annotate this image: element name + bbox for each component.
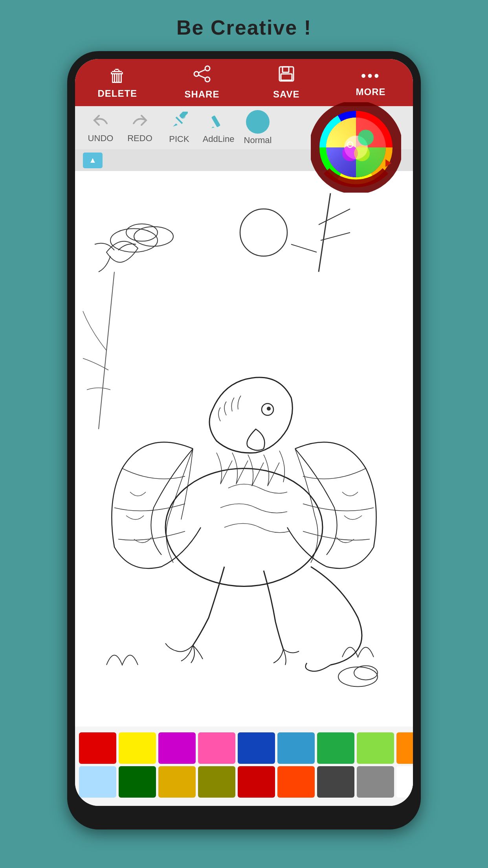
color-swatch[interactable] <box>396 732 413 764</box>
share-label: SHARE <box>184 89 219 100</box>
undo-button[interactable]: UNDO <box>83 112 118 143</box>
pick-label: PICK <box>169 134 189 144</box>
pick-icon <box>171 112 188 132</box>
svg-rect-6 <box>283 67 289 72</box>
color-palette <box>75 726 413 806</box>
more-button[interactable]: ••• MORE <box>351 68 391 97</box>
color-wheel[interactable] <box>311 102 401 193</box>
color-swatch[interactable] <box>357 732 394 764</box>
save-button[interactable]: SAVE <box>267 65 306 100</box>
svg-line-9 <box>176 117 182 123</box>
more-icon: ••• <box>361 68 381 84</box>
svg-point-10 <box>181 114 185 119</box>
svg-line-27 <box>319 193 330 272</box>
redo-button[interactable]: REDO <box>122 112 158 143</box>
svg-point-25 <box>126 224 158 241</box>
phone-screen: 🗑 DELETE SHARE <box>75 59 413 806</box>
svg-line-3 <box>198 70 205 73</box>
palette-row-2 <box>79 766 409 798</box>
share-button[interactable]: SHARE <box>182 65 222 100</box>
undo-icon <box>91 112 110 132</box>
color-swatch[interactable] <box>396 766 413 798</box>
addline-label: AddLine <box>203 134 235 144</box>
svg-line-29 <box>321 233 350 241</box>
svg-point-0 <box>205 66 210 71</box>
normal-button[interactable]: Normal <box>240 110 275 145</box>
color-swatch[interactable] <box>277 732 315 764</box>
palette-row-1 <box>79 732 409 764</box>
top-toolbar: 🗑 DELETE SHARE <box>75 59 413 106</box>
redo-label: REDO <box>127 133 152 143</box>
color-swatch[interactable] <box>317 766 354 798</box>
delete-icon: 🗑 <box>109 66 126 86</box>
color-swatch[interactable] <box>238 732 275 764</box>
svg-line-4 <box>198 75 205 78</box>
svg-point-26 <box>240 209 287 256</box>
share-icon <box>193 65 211 86</box>
svg-point-31 <box>165 469 323 587</box>
svg-point-1 <box>205 77 210 82</box>
canvas-area[interactable] <box>75 171 413 726</box>
normal-label: Normal <box>244 135 272 145</box>
collapse-button[interactable] <box>83 153 103 168</box>
more-label: MORE <box>356 86 386 97</box>
svg-point-2 <box>194 72 199 76</box>
color-swatch[interactable] <box>198 732 235 764</box>
pick-button[interactable]: PICK <box>161 112 197 144</box>
svg-point-18 <box>358 130 374 145</box>
svg-point-34 <box>338 667 378 687</box>
color-swatch[interactable] <box>79 732 116 764</box>
color-swatch[interactable] <box>158 766 196 798</box>
addline-icon <box>210 112 227 132</box>
addline-button[interactable]: AddLine <box>201 112 236 144</box>
phone-frame: 🗑 DELETE SHARE <box>67 51 421 829</box>
color-swatch[interactable] <box>119 732 156 764</box>
save-label: SAVE <box>273 89 300 100</box>
save-icon <box>278 65 295 86</box>
color-swatch[interactable] <box>277 766 315 798</box>
tools-row: UNDO REDO <box>75 106 413 149</box>
svg-rect-11 <box>211 115 221 127</box>
color-swatch[interactable] <box>317 732 354 764</box>
svg-point-20 <box>354 145 370 161</box>
color-swatch[interactable] <box>119 766 156 798</box>
svg-line-30 <box>291 245 317 252</box>
svg-point-24 <box>134 227 173 246</box>
color-swatch[interactable] <box>198 766 235 798</box>
normal-icon <box>246 110 270 134</box>
page-title: Be Creative ! <box>176 16 312 39</box>
svg-rect-7 <box>281 74 292 80</box>
redo-icon <box>130 112 149 132</box>
svg-marker-12 <box>211 127 215 128</box>
svg-line-28 <box>319 209 350 225</box>
color-swatch[interactable] <box>79 766 116 798</box>
delete-button[interactable]: 🗑 DELETE <box>97 66 137 99</box>
delete-label: DELETE <box>97 88 137 99</box>
color-swatch[interactable] <box>238 766 275 798</box>
color-swatch[interactable] <box>357 766 394 798</box>
svg-point-33 <box>267 407 271 411</box>
undo-label: UNDO <box>88 133 114 143</box>
color-swatch[interactable] <box>158 732 196 764</box>
